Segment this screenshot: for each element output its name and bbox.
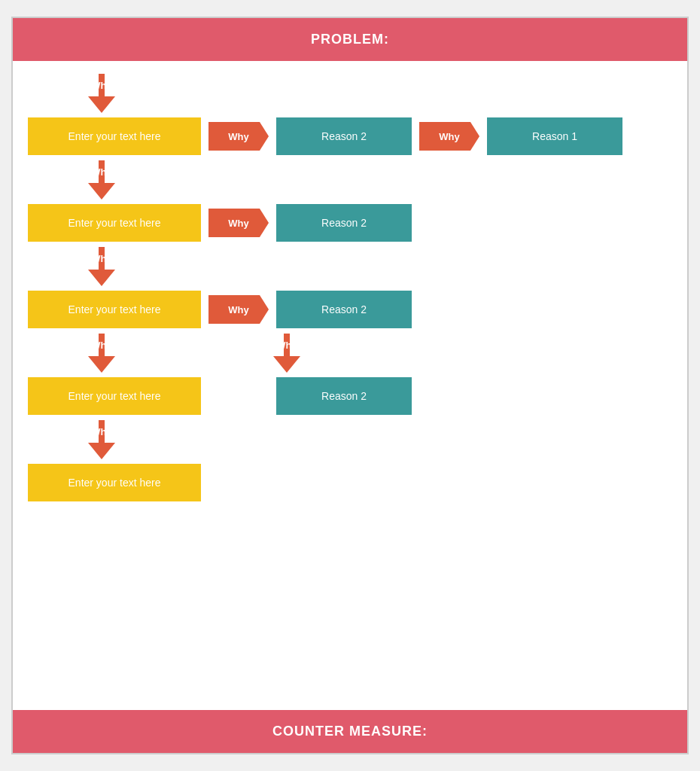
diagram-row-1: Enter your text here Why Reason 2 Why Re… [28,117,672,155]
diagram-container: PROBLEM: Why Enter your text here Why Re… [11,17,689,754]
arrow-down-4: Why [28,415,672,464]
arrow-right-shape-1b: Why [419,122,479,151]
teal-box-4[interactable]: Reason 2 [276,377,412,415]
arrow-down-label-3l: Why [91,340,111,351]
content-area: Why Enter your text here Why Reason 2 Wh… [13,61,687,710]
teal-text-4: Reason 2 [321,390,367,402]
yellow-text-1: Enter your text here [68,130,161,142]
arrow-right-label-2: Why [228,218,248,229]
teal-box-3[interactable]: Reason 2 [276,291,412,328]
yellow-text-4: Enter your text here [68,390,161,402]
header-bar: PROBLEM: [13,18,687,61]
yellow-box-4[interactable]: Enter your text here [28,377,201,415]
teal-text-1b: Reason 1 [532,130,577,142]
diagram-row-5: Enter your text here [28,464,672,501]
diagram-row-2: Enter your text here Why Reason 2 [28,204,672,242]
yellow-box-3[interactable]: Enter your text here [28,291,201,328]
arrow-down-teal-3: Why [115,328,300,377]
teal-text-2: Reason 2 [321,217,367,229]
diagram-row-4: Enter your text here Reason 2 [28,377,672,415]
arrow-right-shape-2: Why [208,209,269,237]
teal-box-2[interactable]: Reason 2 [276,204,412,242]
header-title: PROBLEM: [311,32,389,47]
arrow-right-label-3: Why [228,304,248,315]
teal-text-1: Reason 2 [321,130,367,142]
arrow-shaft-v-2 [99,247,105,270]
footer-bar: COUNTER MEASURE: [13,710,687,753]
diagram-row-3: Enter your text here Why Reason 2 [28,291,672,328]
arrow-right-2: Why [208,209,269,237]
footer-title: COUNTER MEASURE: [272,724,428,739]
arrow-head-v-1 [88,183,115,200]
arrow-down-left-3: Why [28,328,115,377]
yellow-box-2[interactable]: Enter your text here [28,204,201,242]
yellow-text-3: Enter your text here [68,303,161,315]
arrow-down-0: Why [28,69,672,117]
arrow-right-label-1: Why [228,131,248,142]
teal-text-3: Reason 2 [321,303,367,315]
double-arrow-row: Why Why [28,328,672,377]
arrow-right-shape-3: Why [208,295,269,324]
yellow-text-2: Enter your text here [68,217,161,229]
arrow-right-1b: Why [419,122,479,151]
arrow-head-v-2 [88,270,115,286]
teal-box-1b[interactable]: Reason 1 [487,117,622,155]
arrow-head-v [88,96,115,113]
yellow-text-5: Enter your text here [68,477,161,489]
arrow-right-3: Why [208,295,269,324]
teal-box-1[interactable]: Reason 2 [276,117,412,155]
yellow-box-1[interactable]: Enter your text here [28,117,201,155]
arrow-down-teal-label-3: Why [276,340,297,351]
arrow-right-1: Why [208,122,269,151]
arrow-right-label-1b: Why [439,131,459,142]
arrow-shaft-v [99,74,105,96]
arrow-down-1: Why [28,155,672,204]
yellow-box-5[interactable]: Enter your text here [28,464,201,501]
arrow-right-shape-1: Why [208,122,269,151]
arrow-down-2: Why [28,242,672,291]
arrow-shaft-v-1 [99,160,105,183]
